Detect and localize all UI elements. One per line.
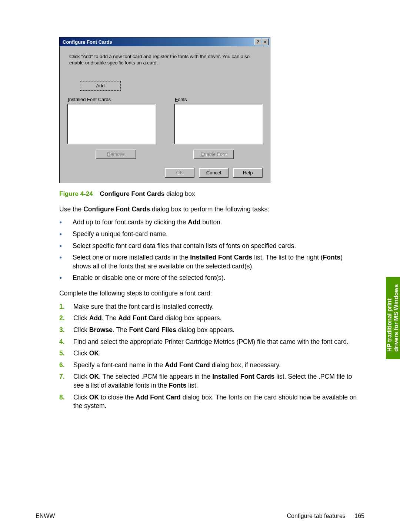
fonts-list[interactable] <box>174 104 263 144</box>
list-item: ● Specify a unique font-card name. <box>59 230 359 239</box>
add-button[interactable]: Add <box>80 81 121 91</box>
footer-section: Configure tab features <box>287 513 346 519</box>
bullet-icon: ● <box>59 274 67 282</box>
task-bullets: ● Add up to four font cards by clicking … <box>59 218 359 282</box>
list-item: 8. Click OK to close the Add Font Card d… <box>59 393 359 411</box>
list-item: ● Enable or disable one or more of the s… <box>59 274 359 282</box>
bullet-icon: ● <box>59 242 67 251</box>
list-item: 5. Click OK. <box>59 349 359 358</box>
figure-caption: Figure 4-24 Configure Font Cards dialog … <box>59 190 359 198</box>
chapter-side-tab: HP traditional print drivers for MS Wind… <box>386 277 400 359</box>
dialog-instructions: Click "Add" to add a new font card and r… <box>69 54 260 66</box>
ok-button: OK <box>165 168 194 178</box>
list-item: 1. Make sure that the font card is insta… <box>59 302 359 311</box>
help-button[interactable]: Help <box>233 168 263 178</box>
list-item: 7. Click OK. The selected .PCM file appe… <box>59 372 359 390</box>
add-button-label-tail: dd <box>99 83 104 88</box>
list-item: ● Select one or more installed cards in … <box>59 253 359 271</box>
list-item: 6. Specify a font-card name in the Add F… <box>59 361 359 370</box>
fonts-label: Fonts <box>175 97 263 102</box>
installed-font-cards-list[interactable] <box>67 104 156 144</box>
help-icon[interactable]: ? <box>254 39 261 45</box>
list-item: 2. Click Add. The Add Font Card dialog b… <box>59 314 359 323</box>
list-item: ● Add up to four font cards by clicking … <box>59 218 359 227</box>
titlebar-title: Configure Font Cards <box>61 39 254 45</box>
enable-font-button: Enable Font <box>193 150 234 159</box>
footer-left: ENWW <box>36 513 55 519</box>
titlebar: Configure Font Cards ? × <box>60 37 270 46</box>
bullet-icon: ● <box>59 253 67 271</box>
page-footer: ENWW Configure tab features 165 <box>36 513 364 519</box>
close-icon[interactable]: × <box>262 39 269 45</box>
intro-paragraph: Use the Configure Font Cards dialog box … <box>59 205 359 214</box>
cancel-button[interactable]: Cancel <box>199 168 229 178</box>
remove-button: Remove <box>96 150 136 159</box>
configure-font-cards-dialog: Configure Font Cards ? × Click "Add" to … <box>59 37 270 183</box>
steps-intro: Complete the following steps to configur… <box>59 289 359 298</box>
bullet-icon: ● <box>59 218 67 227</box>
list-item: ● Select specific font card data files t… <box>59 242 359 251</box>
list-item: 4. Find and select the appropriate Print… <box>59 338 359 347</box>
steps-list: 1. Make sure that the font card is insta… <box>59 302 359 411</box>
page-number: 165 <box>354 513 364 519</box>
bullet-icon: ● <box>59 230 67 239</box>
list-item: 3. Click Browse. The Font Card Files dia… <box>59 326 359 335</box>
installed-font-cards-label: Installed Font Cards <box>68 97 156 102</box>
